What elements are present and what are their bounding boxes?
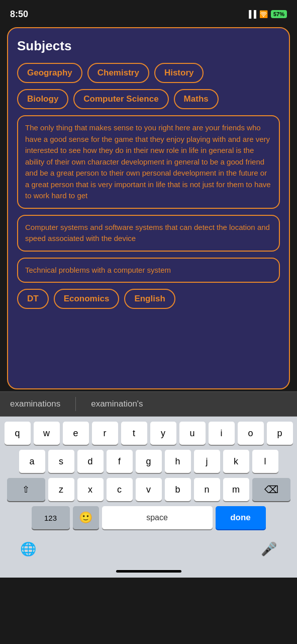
key-backspace[interactable]: ⌫ — [252, 478, 290, 501]
autocomplete-bar: examinations examination's — [0, 391, 297, 417]
wifi-icon: 🛜 — [259, 10, 268, 18]
subjects-card: Subjects Geography Chemistry History Bio… — [7, 27, 290, 389]
signal-icon: ▐▐ — [246, 10, 256, 18]
status-icons: ▐▐ 🛜 57% — [246, 10, 287, 18]
subjects-title: Subjects — [17, 38, 280, 54]
key-y[interactable]: y — [150, 422, 176, 445]
key-p[interactable]: p — [267, 422, 293, 445]
key-t[interactable]: t — [121, 422, 147, 445]
block3: Technical problems with a computer syste… — [17, 258, 280, 283]
tag-english[interactable]: English — [124, 289, 175, 309]
key-z[interactable]: z — [48, 478, 74, 501]
key-s[interactable]: s — [48, 450, 74, 473]
block3-text: Technical problems with a computer syste… — [25, 265, 272, 276]
long-text: The only thing that makes sense to you r… — [25, 122, 272, 202]
tag-economics[interactable]: Economics — [54, 289, 120, 309]
tag-biology[interactable]: Biology — [17, 89, 68, 109]
key-d[interactable]: d — [77, 450, 104, 473]
tag-history[interactable]: History — [154, 63, 204, 83]
status-time: 8:50 — [10, 9, 28, 20]
key-n[interactable]: n — [194, 478, 220, 501]
key-c[interactable]: c — [107, 478, 133, 501]
key-m[interactable]: m — [223, 478, 249, 501]
tag-dt[interactable]: DT — [17, 289, 49, 309]
key-j[interactable]: j — [194, 450, 220, 473]
key-h[interactable]: h — [165, 450, 191, 473]
tag-chemistry[interactable]: Chemistry — [87, 63, 149, 83]
status-bar: 8:50 ▐▐ 🛜 57% — [0, 0, 297, 25]
home-bar-container — [0, 567, 297, 578]
keyboard-row-1: q w e r t y u i o p — [2, 422, 295, 445]
key-o[interactable]: o — [238, 422, 264, 445]
tags-row-2: Biology Computer Science Maths — [17, 89, 280, 109]
key-k[interactable]: k — [223, 450, 249, 473]
key-emoji[interactable]: 🙂 — [73, 506, 99, 529]
key-u[interactable]: u — [179, 422, 206, 445]
key-x[interactable]: x — [77, 478, 104, 501]
battery-icon: 57% — [271, 10, 287, 18]
tag-computer-science[interactable]: Computer Science — [73, 89, 168, 109]
key-w[interactable]: w — [34, 422, 60, 445]
keyboard-row-2: a s d f g h j k l — [2, 450, 295, 473]
keyboard-row-3: ⇧ z x c v b n m ⌫ — [2, 478, 295, 501]
tag-geography[interactable]: Geography — [17, 63, 82, 83]
key-e[interactable]: e — [63, 422, 89, 445]
key-a[interactable]: a — [19, 450, 45, 473]
block2: Computer systems and software systems th… — [17, 215, 280, 252]
key-done[interactable]: done — [216, 506, 266, 529]
bottom-bar: 🌐 🎤 — [0, 537, 297, 567]
globe-icon[interactable]: 🌐 — [20, 541, 36, 557]
key-123[interactable]: 123 — [32, 506, 70, 529]
keyboard-row-4: 123 🙂 space done — [2, 506, 295, 529]
key-shift[interactable]: ⇧ — [7, 478, 45, 501]
key-l[interactable]: l — [252, 450, 278, 473]
key-i[interactable]: i — [209, 422, 235, 445]
long-text-block: The only thing that makes sense to you r… — [17, 115, 280, 209]
key-v[interactable]: v — [136, 478, 162, 501]
microphone-icon[interactable]: 🎤 — [261, 541, 277, 557]
key-q[interactable]: q — [5, 422, 31, 445]
key-f[interactable]: f — [107, 450, 133, 473]
tag-maths[interactable]: Maths — [174, 89, 219, 109]
tags-row-1: Geography Chemistry History — [17, 63, 280, 83]
block2-text: Computer systems and software systems th… — [25, 222, 272, 245]
autocomplete-divider — [75, 397, 76, 411]
keyboard: q w e r t y u i o p a s d f g h j k l ⇧ … — [0, 417, 297, 537]
key-g[interactable]: g — [136, 450, 162, 473]
autocomplete-word-1[interactable]: examinations — [10, 399, 60, 409]
key-space[interactable]: space — [102, 506, 213, 529]
key-b[interactable]: b — [165, 478, 191, 501]
autocomplete-word-2[interactable]: examination's — [91, 399, 143, 409]
tags-row-3: DT Economics English — [17, 289, 280, 309]
home-indicator — [116, 570, 181, 573]
key-r[interactable]: r — [92, 422, 118, 445]
